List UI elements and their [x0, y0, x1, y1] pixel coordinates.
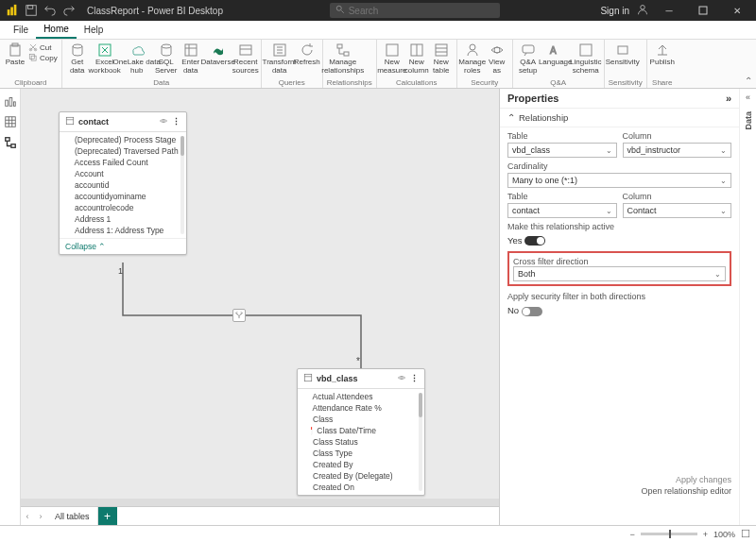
open-editor-link[interactable]: Open relationship editor — [507, 485, 731, 497]
entity-contact[interactable]: contact ⋮ (Deprecated) Process Stage(Dep… — [59, 111, 187, 255]
active-toggle[interactable] — [524, 236, 545, 246]
crossfilter-select[interactable]: Both⌄ — [513, 266, 726, 281]
model-view-icon[interactable] — [4, 136, 17, 149]
tab-all-tables[interactable]: All tables — [47, 507, 98, 525]
copy-button[interactable]: Copy — [28, 53, 58, 62]
chevron-down-icon: ⌄ — [606, 146, 612, 155]
dataverse-button[interactable]: Dataverse — [204, 42, 232, 76]
cardinality-select[interactable]: Many to one (*:1)⌄ — [507, 173, 731, 188]
paste-button[interactable]: Paste — [4, 42, 26, 67]
field-item[interactable]: accountidyominame — [73, 191, 186, 202]
recent-sources-button[interactable]: Recent sources — [234, 42, 257, 76]
svg-rect-33 — [13, 102, 15, 106]
scrollbar[interactable] — [180, 136, 184, 234]
user-icon[interactable] — [637, 4, 648, 17]
new-column-button[interactable]: New column — [405, 42, 428, 76]
menu-home[interactable]: Home — [36, 21, 77, 39]
field-item[interactable]: Address 1: Address Type — [73, 225, 186, 236]
collapse-link[interactable]: Collapse ⌃ — [60, 238, 186, 254]
window-title: ClassReport - Power BI Desktop — [87, 6, 223, 16]
svg-rect-21 — [344, 52, 349, 56]
field-item[interactable]: Created By (Delegate) — [311, 470, 424, 482]
new-table-button[interactable]: New table — [430, 42, 453, 76]
search-box[interactable] — [330, 3, 500, 18]
data-view-icon[interactable] — [4, 115, 17, 128]
zoom-slider[interactable] — [641, 533, 697, 535]
field-item[interactable]: Account — [73, 168, 186, 179]
collapse-icon[interactable]: « — [746, 93, 750, 102]
properties-panel: Properties » ⌃ Relationship Table vbd_cl… — [499, 89, 739, 525]
sql-button[interactable]: SQL Server — [155, 42, 178, 76]
field-item[interactable]: 📅 Class Date/Time — [311, 425, 424, 436]
onelake-button[interactable]: OneLake data hub — [121, 42, 153, 76]
col1-select[interactable]: vbd_instructor⌄ — [623, 143, 732, 158]
refresh-button[interactable]: Refresh — [296, 42, 318, 76]
search-input[interactable] — [349, 6, 494, 16]
field-item[interactable]: (Deprecated) Process Stage — [73, 134, 186, 145]
field-item[interactable]: Created On — [311, 482, 424, 493]
qa-setup-button[interactable]: Q&A setup — [517, 42, 540, 76]
menu-file[interactable]: File — [6, 21, 36, 39]
col2-select[interactable]: Contact⌄ — [623, 203, 732, 218]
manage-relationships-button[interactable]: Manage relationships — [327, 42, 359, 76]
data-pane-tab[interactable]: Data — [744, 111, 753, 130]
field-item[interactable]: ∑ Actual Attendees — [311, 391, 424, 402]
maximize-button[interactable] — [690, 0, 716, 21]
publish-button[interactable]: Publish — [651, 42, 674, 67]
language-button[interactable]: ALanguage — [541, 42, 570, 76]
secfilter-toggle[interactable] — [522, 307, 542, 316]
get-data-button[interactable]: Get data — [66, 42, 89, 76]
model-canvas[interactable]: 1 * contact ⋮ (Deprecated) Process Stage… — [21, 89, 499, 525]
entity-vbd-class[interactable]: vbd_class ⋮ ∑ Actual Attendees∑ Attendan… — [297, 368, 425, 496]
signin-link[interactable]: Sign in — [600, 6, 629, 16]
fit-to-page-icon[interactable] — [741, 529, 750, 540]
apply-changes-link[interactable]: Apply changes — [507, 474, 731, 485]
enter-data-button[interactable]: Enter data — [180, 42, 202, 76]
field-item[interactable]: (Deprecated) Traversed Path — [73, 145, 186, 157]
canvas-scrollbar-h[interactable] — [21, 499, 499, 506]
field-item[interactable]: Class Status — [311, 436, 424, 448]
ribbon-collapse-icon[interactable]: ⌃ — [745, 76, 752, 86]
zoom-in-button[interactable]: + — [703, 530, 708, 539]
expand-icon[interactable]: » — [726, 93, 731, 104]
new-measure-button[interactable]: New measure — [381, 42, 404, 76]
titlebar: ClassReport - Power BI Desktop Sign in ─… — [0, 0, 756, 21]
tab-prev[interactable]: ‹ — [21, 512, 34, 521]
redo-icon[interactable] — [62, 4, 76, 17]
visibility-icon[interactable] — [397, 373, 406, 384]
svg-rect-22 — [387, 44, 398, 56]
field-item[interactable]: Created By — [311, 459, 424, 470]
undo-icon[interactable] — [43, 4, 57, 17]
transform-data-button[interactable]: Transform data — [266, 42, 294, 76]
field-item[interactable]: Address 1 — [73, 213, 186, 225]
minimize-button[interactable]: ─ — [656, 0, 682, 21]
zoom-out-button[interactable]: − — [629, 530, 634, 539]
add-tab-button[interactable]: + — [98, 507, 117, 525]
svg-rect-13 — [31, 56, 36, 60]
manage-roles-button[interactable]: Manage roles — [461, 42, 484, 76]
more-icon[interactable]: ⋮ — [172, 117, 180, 127]
report-view-icon[interactable] — [4, 94, 17, 108]
close-button[interactable]: ✕ — [724, 0, 750, 21]
save-icon[interactable] — [25, 4, 38, 17]
linguistic-button[interactable]: Linguistic schema — [572, 42, 600, 76]
relationship-filter-icon[interactable] — [232, 309, 246, 322]
field-item[interactable]: Class — [311, 414, 424, 425]
svg-rect-1 — [10, 8, 13, 16]
more-icon[interactable]: ⋮ — [410, 374, 419, 383]
field-item[interactable]: accountid — [73, 179, 186, 191]
field-item[interactable]: accountrolecode — [73, 202, 186, 213]
table2-select[interactable]: contact⌄ — [507, 203, 617, 218]
field-item[interactable]: ∑ Access Failed Count — [73, 157, 186, 168]
field-item[interactable]: ∑ Attendance Rate % — [311, 402, 424, 414]
menu-help[interactable]: Help — [77, 21, 112, 39]
sensitivity-button[interactable]: Sensitivity — [609, 42, 637, 67]
tab-next[interactable]: › — [34, 512, 47, 521]
field-item[interactable]: Class Type — [311, 448, 424, 459]
scrollbar[interactable] — [419, 393, 422, 491]
visibility-icon[interactable] — [159, 116, 168, 127]
cut-button[interactable]: Cut — [28, 42, 58, 52]
table1-select[interactable]: vbd_class⌄ — [507, 143, 617, 158]
view-as-button[interactable]: View as — [486, 42, 508, 76]
section-relationship[interactable]: ⌃ Relationship — [500, 109, 739, 127]
